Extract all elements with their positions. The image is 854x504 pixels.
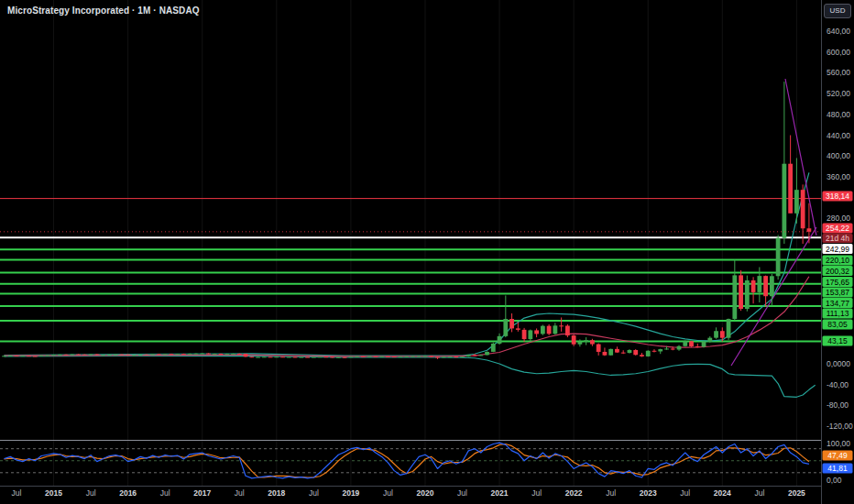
price-level-badge-label: 153,87	[826, 288, 849, 297]
time-tick-label: 2015	[45, 488, 62, 498]
candle-body	[58, 355, 62, 356]
time-tick-label: 2021	[491, 488, 509, 498]
candle-body	[732, 275, 737, 319]
candle-body	[237, 354, 242, 355]
candle-body	[473, 355, 477, 356]
candle-body	[64, 355, 69, 356]
candle-body	[633, 350, 638, 355]
candle-body	[727, 319, 731, 338]
candle-body	[628, 350, 632, 353]
candle-body	[788, 164, 793, 214]
price-tick-label: 440,00	[827, 131, 850, 140]
price-tick-label: 600,00	[827, 48, 850, 57]
trading-chart-window: 640,00600,00560,00520,00480,00440,00400,…	[0, 0, 854, 504]
time-tick-label: Jul	[160, 488, 170, 498]
candle-body	[126, 355, 130, 356]
candle-body	[640, 355, 644, 356]
price-level-badge-label: 318,14	[826, 192, 849, 201]
candle-body	[343, 357, 347, 358]
price-level-badge-label: 220,10	[826, 256, 849, 265]
candle-body	[757, 276, 761, 292]
candle-body	[404, 356, 409, 357]
price-tick-label: 400,00	[827, 151, 850, 160]
candle-body	[27, 356, 31, 356]
candle-body	[417, 356, 422, 357]
candle-body	[807, 228, 812, 232]
time-tick-label: Jul	[383, 488, 393, 498]
time-tick-label: 2020	[417, 488, 434, 498]
candle-body	[119, 355, 124, 356]
candle-body	[782, 164, 786, 238]
candle-body	[101, 355, 105, 356]
candle-body	[522, 330, 527, 339]
time-tick-label: Jul	[606, 488, 616, 498]
price-tick-label: 520,00	[827, 89, 850, 98]
candle-body	[646, 351, 651, 356]
candle-body	[194, 354, 199, 355]
candle-body	[664, 348, 669, 349]
candle-body	[590, 340, 595, 344]
candle-body	[89, 355, 93, 356]
candle-body	[652, 351, 657, 352]
time-tick-label: 2016	[119, 488, 137, 498]
time-tick-label: 2024	[714, 488, 731, 498]
candle-body	[460, 356, 465, 357]
candle-body	[584, 340, 588, 342]
candle-body	[435, 357, 440, 358]
price-level-badge-label: 134,77	[826, 299, 849, 308]
candle-body	[107, 355, 112, 356]
time-tick-label: 2025	[788, 488, 805, 498]
candle-body	[516, 328, 520, 329]
oscillator-tick-label: 0,00	[827, 476, 842, 485]
candle-body	[249, 356, 254, 357]
candle-body	[305, 357, 310, 358]
candle-body	[794, 190, 799, 214]
price-level-badge-label: 111,13	[827, 309, 849, 318]
candle-body	[565, 325, 570, 335]
candle-body	[503, 319, 508, 336]
candle-body	[423, 356, 428, 356]
candle-body	[2, 356, 6, 356]
candle-body	[658, 349, 662, 351]
chart-canvas[interactable]: 640,00600,00560,00520,00480,00440,00400,…	[0, 0, 854, 504]
candle-body	[45, 356, 49, 356]
price-tick-label: -80,00	[827, 400, 849, 410]
candle-body	[379, 356, 384, 357]
candle-body	[801, 190, 805, 228]
candle-body	[411, 356, 415, 357]
price-tick-label: 0,0000	[827, 359, 850, 368]
candle-body	[739, 275, 743, 309]
time-tick-label: Jul	[86, 488, 96, 498]
candle-body	[745, 280, 750, 309]
candle-body	[33, 356, 38, 356]
candle-body	[8, 356, 13, 356]
candle-body	[323, 356, 328, 357]
candle-body	[498, 336, 502, 344]
candle-body	[274, 356, 279, 357]
time-tick-label: 2019	[342, 488, 359, 498]
candle-body	[541, 326, 545, 334]
candle-body	[485, 352, 489, 356]
candle-body	[163, 354, 168, 355]
candle-body	[231, 354, 235, 355]
candle-body	[20, 356, 25, 356]
candle-body	[150, 354, 155, 355]
currency-toggle-button[interactable]: USD	[824, 4, 851, 18]
time-tick-label: Jul	[235, 488, 245, 498]
candle-body	[466, 355, 471, 356]
candle-body	[367, 356, 372, 357]
candle-body	[336, 357, 341, 358]
time-tick-label: 2023	[640, 488, 657, 498]
oscillator-blue-badge-label: 41,81	[827, 464, 848, 473]
time-tick-label: Jul	[680, 488, 690, 498]
candle-body	[170, 354, 174, 355]
time-tick-label: Jul	[754, 488, 764, 498]
candle-body	[429, 356, 433, 356]
candle-body	[244, 354, 248, 356]
candle-body	[82, 355, 87, 356]
candle-body	[448, 356, 453, 357]
bar-countdown-badge-label: 21d 4h	[826, 234, 849, 243]
candle-body	[578, 342, 583, 345]
price-level-badge-label: 200,32	[826, 267, 849, 276]
chart-legend-title[interactable]: MicroStrategy Incorporated · 1M · NASDAQ	[7, 5, 200, 16]
